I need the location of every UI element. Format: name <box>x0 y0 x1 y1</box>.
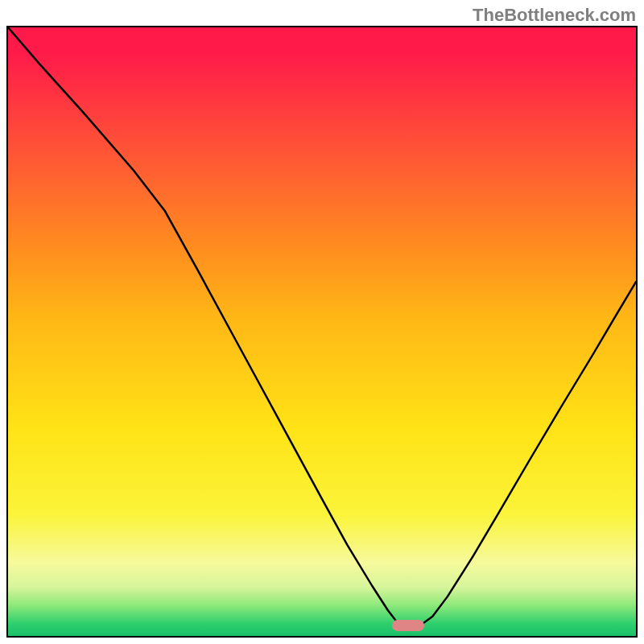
optimal-marker <box>392 620 424 631</box>
watermark-text: TheBottleneck.com <box>473 5 636 26</box>
plot-area <box>6 26 638 638</box>
curve-layer <box>8 27 636 636</box>
bottleneck-curve <box>8 27 636 627</box>
chart-stage: TheBottleneck.com <box>0 0 644 644</box>
